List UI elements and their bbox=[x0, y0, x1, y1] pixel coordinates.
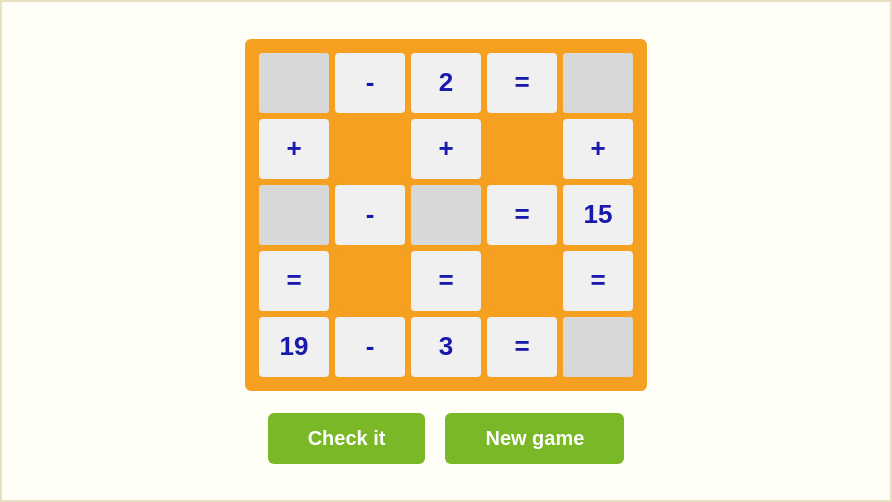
cell-r4c1: - bbox=[335, 317, 405, 377]
input-r2c2[interactable] bbox=[411, 185, 481, 245]
input-r4c4[interactable] bbox=[563, 317, 633, 377]
cell-r1c1 bbox=[335, 119, 405, 179]
cell-r0c0[interactable] bbox=[259, 53, 329, 113]
cell-r4c0: 19 bbox=[259, 317, 329, 377]
cell-r0c1: - bbox=[335, 53, 405, 113]
buttons-row: Check it New game bbox=[268, 413, 625, 464]
cell-r3c3 bbox=[487, 251, 557, 311]
cell-r4c4[interactable] bbox=[563, 317, 633, 377]
cell-r0c4[interactable] bbox=[563, 53, 633, 113]
cell-r3c2: = bbox=[411, 251, 481, 311]
cell-r3c4: = bbox=[563, 251, 633, 311]
cell-r4c2: 3 bbox=[411, 317, 481, 377]
cell-r1c3 bbox=[487, 119, 557, 179]
cell-r1c2: + bbox=[411, 119, 481, 179]
new-game-button[interactable]: New game bbox=[445, 413, 624, 464]
cell-r4c3: = bbox=[487, 317, 557, 377]
puzzle-grid: - 2 = + + + - = 15 = = = bbox=[245, 39, 647, 391]
input-r0c0[interactable] bbox=[259, 53, 329, 113]
cell-r1c0: + bbox=[259, 119, 329, 179]
check-button[interactable]: Check it bbox=[268, 413, 426, 464]
cell-r1c4: + bbox=[563, 119, 633, 179]
cell-r0c3: = bbox=[487, 53, 557, 113]
cell-r2c1: - bbox=[335, 185, 405, 245]
cell-r2c4: 15 bbox=[563, 185, 633, 245]
cell-r2c3: = bbox=[487, 185, 557, 245]
cell-r2c2[interactable] bbox=[411, 185, 481, 245]
cell-r3c0: = bbox=[259, 251, 329, 311]
cell-r0c2: 2 bbox=[411, 53, 481, 113]
input-r2c0[interactable] bbox=[259, 185, 329, 245]
input-r0c4[interactable] bbox=[563, 53, 633, 113]
cell-r2c0[interactable] bbox=[259, 185, 329, 245]
cell-r3c1 bbox=[335, 251, 405, 311]
